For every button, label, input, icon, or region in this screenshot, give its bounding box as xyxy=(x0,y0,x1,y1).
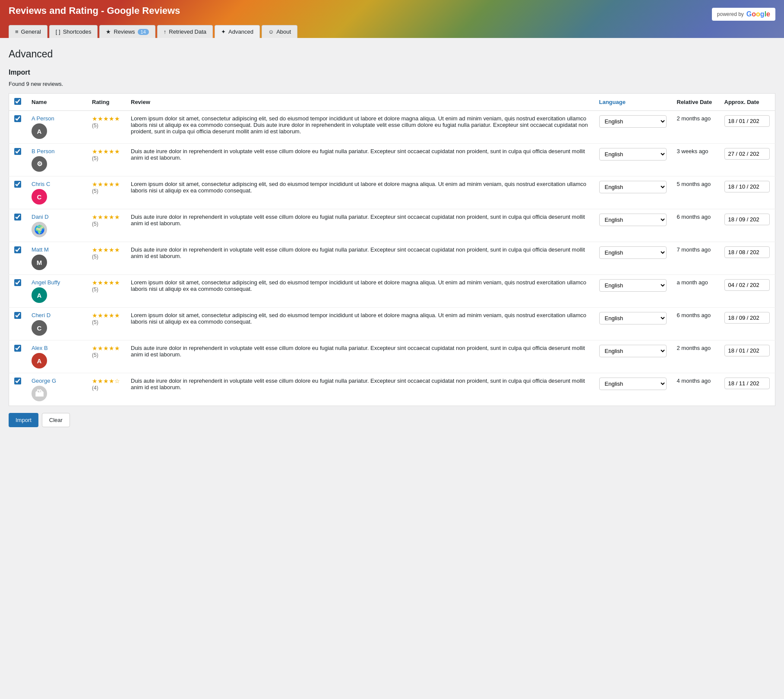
row-approx-date-cell-3[interactable] xyxy=(719,209,775,242)
table-row: A Person A ★★★★★ (5) Lorem ipsum dolor s… xyxy=(9,111,775,144)
row-checkbox-0[interactable] xyxy=(14,115,21,122)
tab-advanced[interactable]: ✦Advanced xyxy=(215,25,260,38)
approx-date-input-7[interactable] xyxy=(724,345,770,356)
reviewer-name-1[interactable]: B Person xyxy=(32,148,82,154)
approx-date-input-4[interactable] xyxy=(724,246,770,258)
row-approx-date-cell-4[interactable] xyxy=(719,242,775,275)
found-count: Found 9 new reviews. xyxy=(9,81,775,87)
language-select-2[interactable]: English French Spanish German xyxy=(599,181,667,193)
tab-label-advanced: Advanced xyxy=(228,28,253,35)
row-checkbox-cell-7[interactable] xyxy=(9,340,27,373)
row-checkbox-1[interactable] xyxy=(14,148,21,155)
row-language-cell-2[interactable]: English French Spanish German xyxy=(594,176,672,209)
avatar-7: A xyxy=(32,353,47,368)
import-button[interactable]: Import xyxy=(9,413,38,427)
row-language-cell-0[interactable]: English French Spanish German xyxy=(594,111,672,144)
row-review-cell-3: Duis aute irure dolor in reprehenderit i… xyxy=(126,209,594,242)
row-approx-date-cell-7[interactable] xyxy=(719,340,775,373)
select-all-header[interactable] xyxy=(9,94,27,111)
row-checkbox-cell-0[interactable] xyxy=(9,111,27,144)
row-approx-date-cell-8[interactable] xyxy=(719,373,775,406)
row-review-cell-1: Duis aute irure dolor in reprehenderit i… xyxy=(126,144,594,176)
language-select-5[interactable]: English French Spanish German xyxy=(599,279,667,292)
row-language-cell-5[interactable]: English French Spanish German xyxy=(594,275,672,308)
row-language-cell-4[interactable]: English French Spanish German xyxy=(594,242,672,275)
approx-date-input-5[interactable] xyxy=(724,279,770,291)
reviewer-name-2[interactable]: Chris C xyxy=(32,181,82,187)
tabs-bar: ≡General[ ]Shortcodes★Reviews14↑Retrieve… xyxy=(9,22,297,38)
clear-button[interactable]: Clear xyxy=(42,413,70,427)
row-language-cell-8[interactable]: English French Spanish German xyxy=(594,373,672,406)
approx-date-input-2[interactable] xyxy=(724,181,770,192)
tab-about[interactable]: ☺About xyxy=(262,25,297,38)
language-select-6[interactable]: English French Spanish German xyxy=(599,312,667,324)
reviewer-name-7[interactable]: Alex B xyxy=(32,345,82,351)
row-checkbox-6[interactable] xyxy=(14,312,21,319)
tab-general[interactable]: ≡General xyxy=(9,25,47,38)
tab-icon-advanced: ✦ xyxy=(221,28,226,35)
row-checkbox-cell-3[interactable] xyxy=(9,209,27,242)
reviewer-name-5[interactable]: Angel Buffy xyxy=(32,279,82,286)
row-relative-date-cell-3: 6 months ago xyxy=(672,209,719,242)
language-select-3[interactable]: English French Spanish German xyxy=(599,214,667,226)
language-select-4[interactable]: English French Spanish German xyxy=(599,246,667,259)
row-language-cell-1[interactable]: English French Spanish German xyxy=(594,144,672,176)
approx-date-input-0[interactable] xyxy=(724,115,770,127)
approx-date-input-6[interactable] xyxy=(724,312,770,324)
stars-3: ★★★★★ xyxy=(92,214,120,220)
row-checkbox-4[interactable] xyxy=(14,246,21,253)
row-rating-cell-5: ★★★★★ (5) xyxy=(87,275,126,308)
row-checkbox-cell-4[interactable] xyxy=(9,242,27,275)
reviewer-name-4[interactable]: Matt M xyxy=(32,246,82,253)
row-approx-date-cell-1[interactable] xyxy=(719,144,775,176)
row-checkbox-2[interactable] xyxy=(14,181,21,188)
row-language-cell-6[interactable]: English French Spanish German xyxy=(594,308,672,340)
reviewer-name-8[interactable]: George G xyxy=(32,378,82,384)
rating-num-4: (5) xyxy=(92,254,98,260)
table-row: Chris C C ★★★★★ (5) Lorem ipsum dolor si… xyxy=(9,176,775,209)
approx-date-input-3[interactable] xyxy=(724,214,770,225)
row-checkbox-cell-2[interactable] xyxy=(9,176,27,209)
row-rating-cell-4: ★★★★★ (5) xyxy=(87,242,126,275)
table-header-row: Name Rating Review Language Relative Dat… xyxy=(9,94,775,111)
row-relative-date-cell-8: 4 months ago xyxy=(672,373,719,406)
tab-retrieved-data[interactable]: ↑Retrieved Data xyxy=(157,25,213,38)
row-approx-date-cell-5[interactable] xyxy=(719,275,775,308)
row-rating-cell-2: ★★★★★ (5) xyxy=(87,176,126,209)
approx-date-input-8[interactable] xyxy=(724,378,770,389)
relative-date-header: Relative Date xyxy=(672,94,719,111)
row-language-cell-7[interactable]: English French Spanish German xyxy=(594,340,672,373)
row-approx-date-cell-0[interactable] xyxy=(719,111,775,144)
language-select-1[interactable]: English French Spanish German xyxy=(599,148,667,161)
row-review-cell-6: Lorem ipsum dolor sit amet, consectetur … xyxy=(126,308,594,340)
rating-num-2: (5) xyxy=(92,188,98,194)
rating-num-5: (5) xyxy=(92,287,98,293)
row-checkbox-cell-1[interactable] xyxy=(9,144,27,176)
row-checkbox-5[interactable] xyxy=(14,279,21,286)
language-select-7[interactable]: English French Spanish German xyxy=(599,345,667,357)
row-approx-date-cell-2[interactable] xyxy=(719,176,775,209)
relative-date-1: 3 weeks ago xyxy=(677,148,708,154)
select-all-checkbox[interactable] xyxy=(14,98,21,105)
row-approx-date-cell-6[interactable] xyxy=(719,308,775,340)
row-checkbox-cell-5[interactable] xyxy=(9,275,27,308)
tab-shortcodes[interactable]: [ ]Shortcodes xyxy=(49,25,98,38)
table-row: George G 🏔 ★★★★☆ (4) Duis aute irure dol… xyxy=(9,373,775,406)
avatar-1: ⚙ xyxy=(32,156,47,172)
tab-label-general: General xyxy=(21,28,41,35)
row-language-cell-3[interactable]: English French Spanish German xyxy=(594,209,672,242)
row-relative-date-cell-5: a month ago xyxy=(672,275,719,308)
reviewer-name-3[interactable]: Dani D xyxy=(32,214,82,220)
row-checkbox-7[interactable] xyxy=(14,345,21,352)
row-checkbox-3[interactable] xyxy=(14,214,21,220)
tab-reviews[interactable]: ★Reviews14 xyxy=(99,25,155,38)
row-checkbox-cell-8[interactable] xyxy=(9,373,27,406)
language-select-0[interactable]: English French Spanish German xyxy=(599,115,667,128)
language-select-8[interactable]: English French Spanish German xyxy=(599,378,667,390)
approx-date-input-1[interactable] xyxy=(724,148,770,160)
reviewer-name-6[interactable]: Cheri D xyxy=(32,312,82,318)
main-content: Advanced Import Found 9 new reviews. Nam… xyxy=(0,38,784,438)
reviewer-name-0[interactable]: A Person xyxy=(32,115,82,122)
row-checkbox-8[interactable] xyxy=(14,378,21,384)
row-checkbox-cell-6[interactable] xyxy=(9,308,27,340)
